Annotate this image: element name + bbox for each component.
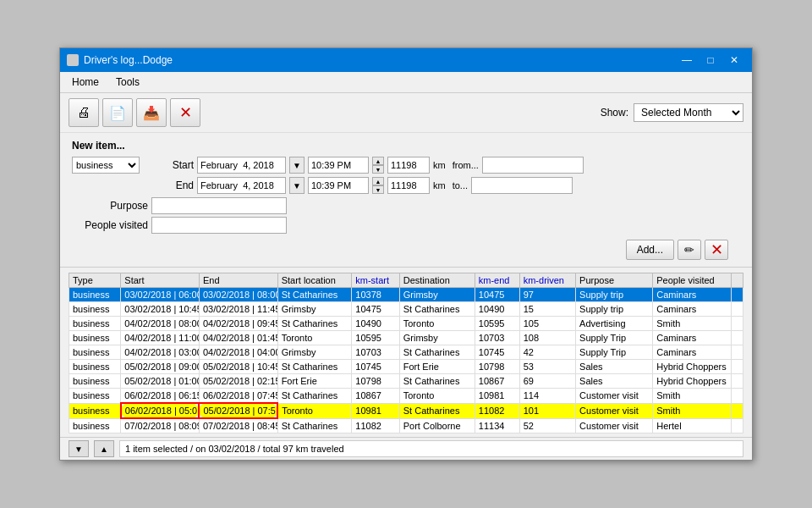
edit-button[interactable]: ✏ xyxy=(678,240,701,260)
end-date-field[interactable] xyxy=(197,177,286,194)
cell-start: 06/02/2018 | 06:15 PM xyxy=(121,389,200,404)
add-button[interactable]: Add... xyxy=(626,240,674,260)
start-time-up[interactable]: ▲ xyxy=(372,157,384,165)
start-date-picker-button[interactable]: ▼ xyxy=(289,157,304,174)
table-row[interactable]: business06/02/2018 | 05:00 PM05/02/2018 … xyxy=(69,403,743,418)
cell-km-start: 10475 xyxy=(352,302,399,317)
cell-km-start: 10867 xyxy=(352,389,399,404)
cell-start-loc: Grimsby xyxy=(277,302,352,317)
cell-scroll-placeholder xyxy=(732,302,743,317)
cell-people: Caminars xyxy=(653,288,732,302)
minimize-button[interactable]: — xyxy=(676,52,698,69)
nav-prev-button[interactable]: ▼ xyxy=(69,440,89,457)
cell-dest: St Catharines xyxy=(399,403,475,418)
close-button[interactable]: ✕ xyxy=(723,52,745,69)
table-header-row: Type Start End Start location km-start D… xyxy=(69,273,743,288)
start-label: Start xyxy=(143,159,194,171)
cell-scroll-placeholder xyxy=(732,345,743,360)
col-purpose: Purpose xyxy=(576,273,653,288)
cell-type: business xyxy=(69,418,121,433)
new-item-title: New item... xyxy=(72,140,740,152)
table-row[interactable]: business06/02/2018 | 06:15 PM06/02/2018 … xyxy=(69,389,743,404)
people-label: People visited xyxy=(72,219,148,231)
end-time-down[interactable]: ▼ xyxy=(372,185,384,194)
table-row[interactable]: business07/02/2018 | 08:09 AM07/02/2018 … xyxy=(69,418,743,433)
type-select[interactable]: business personal xyxy=(72,157,140,174)
table-row[interactable]: business04/02/2018 | 08:00 AM04/02/2018 … xyxy=(69,317,743,331)
menu-tools[interactable]: Tools xyxy=(107,74,148,91)
cell-people: Smith xyxy=(653,403,732,418)
import-button[interactable]: 📥 xyxy=(136,98,167,127)
cell-people: Smith xyxy=(653,389,732,404)
end-time-up[interactable]: ▲ xyxy=(372,177,384,185)
cell-km-driven: 108 xyxy=(519,331,575,345)
cell-start: 03/02/2018 | 06:00 PM xyxy=(121,288,200,302)
export-button[interactable]: 📄 xyxy=(102,98,133,127)
cell-start-loc: Toronto xyxy=(277,403,352,418)
end-date-picker-button[interactable]: ▼ xyxy=(289,177,304,194)
cell-km-end: 10490 xyxy=(475,302,519,317)
start-time-field[interactable] xyxy=(308,157,369,174)
table-row[interactable]: business04/02/2018 | 03:00 PM04/02/2018 … xyxy=(69,345,743,360)
toolbar-right: Show: Selected Month All This Year xyxy=(601,103,743,122)
start-km-field[interactable] xyxy=(387,157,430,174)
cell-end: 05/02/2018 | 02:15 PM xyxy=(199,374,277,389)
cell-start-loc: St Catharines xyxy=(277,288,352,302)
cell-scroll-placeholder xyxy=(732,374,743,389)
cell-dest: St Catharines xyxy=(399,302,475,317)
cell-km-end: 10981 xyxy=(475,389,519,404)
people-field[interactable] xyxy=(151,217,287,234)
show-select[interactable]: Selected Month All This Year xyxy=(634,103,743,122)
cell-type: business xyxy=(69,389,121,404)
cell-start-loc: Fort Erie xyxy=(277,374,352,389)
from-field[interactable] xyxy=(482,157,584,174)
people-row: People visited xyxy=(72,217,740,234)
cell-km-end: 10867 xyxy=(475,374,519,389)
cell-purpose: Supply Trip xyxy=(576,345,653,360)
cell-start: 05/02/2018 | 09:00 AM xyxy=(121,360,200,374)
end-time-field[interactable] xyxy=(308,177,369,194)
start-time-down[interactable]: ▼ xyxy=(372,165,384,174)
nav-next-button[interactable]: ▲ xyxy=(94,440,114,457)
purpose-field[interactable] xyxy=(151,197,287,214)
cell-km-start: 10490 xyxy=(352,317,399,331)
title-bar-controls: — □ ✕ xyxy=(676,52,745,69)
cell-people: Hybrid Choppers xyxy=(653,374,732,389)
menu-bar: Home Tools xyxy=(60,72,752,93)
to-field[interactable] xyxy=(471,177,573,194)
cell-end: 05/02/2018 | 07:59 PM xyxy=(199,403,277,418)
table-row[interactable]: business03/02/2018 | 06:00 PM03/02/2018 … xyxy=(69,288,743,302)
cell-people: Hertel xyxy=(653,418,732,433)
app-icon xyxy=(67,54,79,66)
menu-home[interactable]: Home xyxy=(63,74,107,91)
cell-km-start: 10378 xyxy=(352,288,399,302)
cell-end: 07/02/2018 | 08:45 AM xyxy=(199,418,277,433)
show-label: Show: xyxy=(601,107,628,119)
start-date-field[interactable] xyxy=(197,157,286,174)
cell-type: business xyxy=(69,302,121,317)
print-button[interactable]: 🖨 xyxy=(69,98,99,127)
cell-dest: Fort Erie xyxy=(399,360,475,374)
table-row[interactable]: business03/02/2018 | 10:45 PM03/02/2018 … xyxy=(69,302,743,317)
cell-end: 04/02/2018 | 04:00 PM xyxy=(199,345,277,360)
end-label: End xyxy=(143,179,194,191)
cell-start: 04/02/2018 | 11:00 AM xyxy=(121,331,200,345)
table-row[interactable]: business04/02/2018 | 11:00 AM04/02/2018 … xyxy=(69,331,743,345)
title-bar-left: Driver's log...Dodge xyxy=(67,54,173,66)
delete-item-button[interactable]: ✕ xyxy=(705,240,728,260)
col-dest: Destination xyxy=(399,273,475,288)
table-row[interactable]: business05/02/2018 | 09:00 AM05/02/2018 … xyxy=(69,360,743,374)
cell-dest: St Catharines xyxy=(399,345,475,360)
table-row[interactable]: business05/02/2018 | 01:00 PM05/02/2018 … xyxy=(69,374,743,389)
cell-scroll-placeholder xyxy=(732,288,743,302)
maximize-button[interactable]: □ xyxy=(700,52,721,69)
cell-km-driven: 52 xyxy=(519,418,575,433)
end-km-field[interactable] xyxy=(387,177,430,194)
cell-end: 03/02/2018 | 08:00 AM xyxy=(199,288,277,302)
cell-purpose: Supply trip xyxy=(576,288,653,302)
delete-toolbar-button[interactable]: ✕ xyxy=(170,98,200,127)
cell-km-end: 10703 xyxy=(475,331,519,345)
end-row: End ▼ ▲ ▼ km to... xyxy=(72,177,740,194)
cell-km-driven: 105 xyxy=(519,317,575,331)
cell-scroll-placeholder xyxy=(732,317,743,331)
